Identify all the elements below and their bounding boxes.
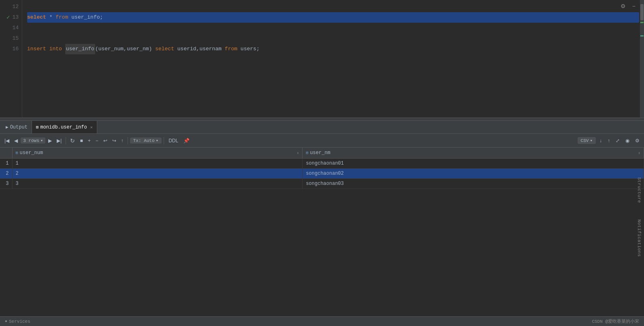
results-table-container[interactable]: ⊞ user_num ⇕ ⊞ user_nm ⇕ [0,148,644,316]
table-row[interactable]: 2 2 songchaonan02 [0,169,644,179]
prev-row-button[interactable]: ◀ [12,137,20,145]
table-name-insert: user_info [65,44,95,54]
check-icon: ✓ [6,12,10,23]
revert-button[interactable]: ↩ [101,137,109,145]
table-tab-label: monidb.user_info [40,124,87,130]
output-tab-icon: ▶ [6,124,9,130]
table-users: users [241,44,256,54]
last-row-button[interactable]: ▶| [55,137,64,145]
tab-output[interactable]: ▶ Output [2,121,32,133]
cell-user-num-2: 2 [12,169,303,179]
editor-top-controls: ⚙ − [618,2,638,11]
bottom-right: CSDN @爱吃香菜的小宋 [592,318,639,324]
first-row-button[interactable]: |◀ [2,137,11,145]
table-row[interactable]: 1 1 songchaonan01 [0,159,644,169]
cell-user-nm-2: songchaonan02 [303,169,644,179]
notifications-label[interactable]: Notifications [637,219,642,257]
watermark: CSDN @爱吃香菜的小宋 [592,318,639,324]
row-num-2: 2 [0,169,12,179]
editor-settings-button[interactable]: ⚙ [618,2,628,11]
code-line-14 [27,23,639,33]
star: * [49,12,53,23]
remove-row-button[interactable]: − [94,137,100,145]
cell-user-nm-3: songchaonan03 [303,179,644,189]
space [62,44,65,54]
sort-icon-user-num: ⇕ [297,151,299,155]
tx-label: Tx: Auto [133,138,155,143]
add-row-button[interactable]: + [86,137,93,145]
tx-dropdown-icon: ▾ [156,138,159,143]
space [174,44,177,54]
csv-export-button[interactable]: CSV ▾ [578,137,596,144]
tab-close-icon[interactable]: ✕ [90,125,93,130]
refresh-button[interactable]: ↻ [68,136,77,145]
cell-user-num-1: 1 [12,159,303,169]
results-table: ⊞ user_num ⇕ ⊞ user_nm ⇕ [0,148,644,189]
table-name: user_info [71,12,100,23]
cell-user-num-3: 3 [12,179,303,189]
ddl-button[interactable]: DDL [166,137,181,145]
comma2: , [196,44,200,54]
paren-close: ) [149,44,152,54]
mini-marker-green [640,22,644,23]
keyword-select2: select [155,44,174,54]
code-line-16: insert into user_info ( user_num , user_… [27,44,639,54]
keyword-select: select [27,12,46,23]
editor-minimize-button[interactable]: − [630,2,638,11]
pin-button[interactable]: 📌 [181,137,192,145]
rows-count-label: 3 rows [23,138,39,143]
tx-auto-selector[interactable]: Tx: Auto ▾ [130,137,162,144]
col-header-user-num[interactable]: ⊞ user_num ⇕ [12,148,303,159]
up-button[interactable]: ↑ [119,137,126,145]
col-usernam: usernam [199,44,222,54]
download-button[interactable]: ↓ [597,137,604,145]
col-icon-user-nm: ⊞ [306,150,308,155]
col-name-user-num: user_num [20,150,43,156]
line-numbers: 12 ✓ 13 14 15 16 [0,0,22,118]
next-row-button[interactable]: ▶ [46,137,54,145]
code-line-12 [27,2,639,12]
results-toolbar: |◀ ◀ 3 rows ▾ ▶ ▶| ↻ ■ + − ↩ ↪ ↑ Tx: Aut… [0,134,644,148]
structure-label[interactable]: Structure [637,177,642,203]
expand-button[interactable]: ⤢ [614,137,622,145]
upload-button[interactable]: ↑ [606,137,612,145]
bottom-bar: ● Services CSDN @爱吃香菜的小宋 [0,316,644,326]
col-user-nm: user_nm [127,44,149,54]
stop-button[interactable]: ■ [78,137,85,145]
cell-user-nm-1: songchaonan01 [303,159,644,169]
row-num-1: 1 [0,159,12,169]
scrollbar-thumb [640,4,644,20]
tabs-bar: ▶ Output ⊞ monidb.user_info ✕ [0,121,644,134]
mini-scrollbar[interactable] [640,0,644,118]
table-header-row: ⊞ user_num ⇕ ⊞ user_nm ⇕ [0,148,644,159]
semicolon2: ; [256,44,260,54]
services-label[interactable]: Services [9,319,30,324]
line-num: 16 [12,44,19,54]
line-num: 12 [12,2,19,12]
col-icon-user-num: ⊞ [16,150,18,155]
space [237,44,241,54]
side-panel: Structure Notifications [634,118,644,316]
tab-monidb-user-info[interactable]: ⊞ monidb.user_info ✕ [32,121,97,133]
output-tab-label: Output [10,124,28,130]
line-number-15: 15 [3,33,19,44]
line-number-13: ✓ 13 [3,12,19,23]
comma1: , [124,44,127,54]
code-line-13: select * from user_info ; [27,12,639,23]
view-button[interactable]: ◉ [623,137,631,145]
col-user-num: user_num [98,44,124,54]
space [52,12,55,23]
table-row[interactable]: 3 3 songchaonan03 [0,179,644,189]
col-header-user-nm[interactable]: ⊞ user_nm ⇕ [303,148,644,159]
line-num: 13 [12,12,19,23]
space [68,12,71,23]
rows-dropdown-icon: ▾ [41,138,43,143]
rows-badge[interactable]: 3 rows ▾ [21,137,45,144]
results-panel: ▶ Output ⊞ monidb.user_info ✕ |◀ ◀ 3 row… [0,121,644,316]
csv-dropdown-icon: ▾ [590,138,593,143]
paren-open: ( [95,44,98,54]
editor-area: 12 ✓ 13 14 15 16 select * from user_info… [0,0,644,118]
redo-button[interactable]: ↪ [110,137,118,145]
space [46,12,49,23]
code-content[interactable]: select * from user_info ; insert into us… [22,0,644,118]
